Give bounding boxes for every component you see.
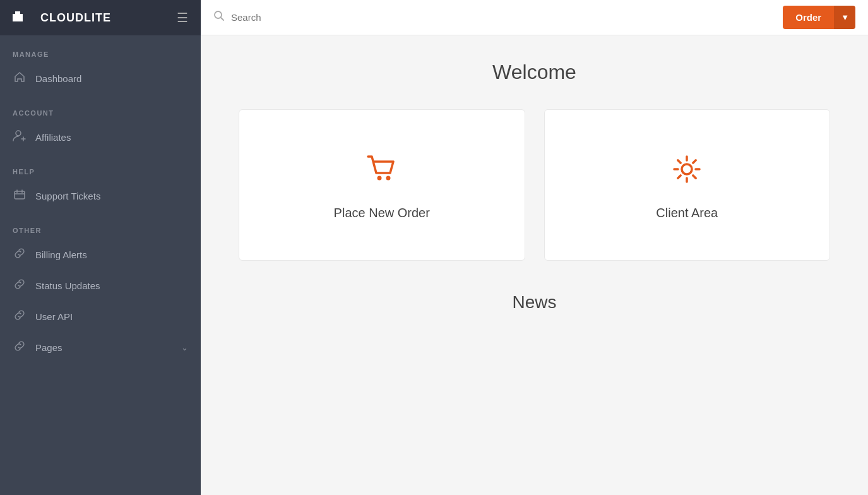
topbar: Order ▼ [201,0,868,35]
sidebar-item-user-api[interactable]: User API [0,301,201,332]
hamburger-icon[interactable]: ☰ [177,10,188,25]
place-new-order-card[interactable]: Place New Order [239,109,525,261]
svg-point-14 [16,131,21,136]
section-label-help: HELP [0,153,201,181]
logo-text: CLOUDLITE [40,11,111,25]
cards-row: Place New Order Client Area [239,109,830,261]
order-button-dropdown[interactable]: ▼ [834,6,855,29]
section-label-manage: MANAGE [0,35,201,63]
svg-rect-13 [20,19,23,21]
sidebar-item-support-tickets-label: Support Tickets [35,191,188,201]
svg-point-16 [215,11,222,18]
sidebar: CLOUDLITE ☰ MANAGE Dashboard ACCOUNT Aff… [0,0,201,495]
search-input[interactable] [231,12,783,23]
client-area-label: Client Area [656,206,718,220]
svg-rect-1 [15,11,18,14]
link-icon-status [13,278,27,294]
place-new-order-label: Place New Order [334,206,430,220]
section-label-account: ACCOUNT [0,94,201,122]
client-area-card[interactable]: Client Area [544,109,831,261]
svg-rect-7 [15,16,18,19]
sidebar-item-dashboard[interactable]: Dashboard [0,63,201,94]
svg-rect-0 [13,14,15,16]
svg-rect-9 [20,16,23,19]
logo: CLOUDLITE [13,6,111,29]
svg-point-17 [377,176,381,180]
link-icon-billing [13,247,27,263]
home-icon [13,71,27,86]
news-title: News [239,292,830,313]
svg-rect-12 [18,19,20,21]
sidebar-item-user-api-label: User API [35,311,188,322]
ticket-icon [13,188,27,204]
sidebar-item-dashboard-label: Dashboard [35,73,188,84]
logo-icon [13,6,35,29]
section-label-other: OTHER [0,212,201,239]
svg-point-19 [682,164,692,174]
sidebar-item-affiliates[interactable]: Affiliates [0,122,201,153]
svg-rect-6 [13,16,15,19]
sidebar-item-status-updates[interactable]: Status Updates [0,270,201,301]
link-icon-userapi [13,309,27,325]
search-icon [213,10,225,25]
svg-rect-11 [15,19,18,21]
sidebar-item-pages[interactable]: Pages ⌄ [0,332,201,363]
chevron-down-icon: ⌄ [181,343,188,352]
gear-icon [668,150,706,191]
sidebar-item-affiliates-label: Affiliates [35,132,188,143]
order-button[interactable]: Order [783,6,834,29]
sidebar-item-billing-alerts[interactable]: Billing Alerts [0,239,201,270]
person-add-icon [13,129,27,145]
welcome-title: Welcome [239,61,830,84]
svg-rect-3 [15,14,18,16]
main-area: Order ▼ Welcome Place New Order [201,0,868,495]
svg-rect-4 [18,14,20,16]
svg-rect-10 [13,19,15,21]
svg-rect-5 [20,14,23,16]
sidebar-item-status-updates-label: Status Updates [35,280,188,291]
svg-rect-15 [15,191,25,199]
svg-rect-2 [18,11,20,14]
sidebar-item-pages-label: Pages [35,342,172,353]
cart-icon [363,150,401,191]
sidebar-item-support-tickets[interactable]: Support Tickets [0,181,201,212]
svg-rect-8 [18,16,20,19]
sidebar-header: CLOUDLITE ☰ [0,0,201,35]
content-area: Welcome Place New Order [201,35,868,495]
link-icon-pages [13,340,27,355]
sidebar-item-billing-alerts-label: Billing Alerts [35,249,188,260]
svg-point-18 [386,176,390,180]
